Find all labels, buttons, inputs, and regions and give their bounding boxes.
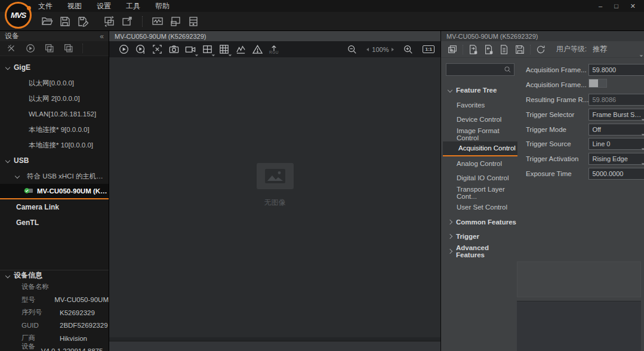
popout-window-icon[interactable] xyxy=(118,14,136,29)
tree-node-usb-controller[interactable]: 符合 USB xHCI 的主机控制器 xyxy=(0,168,109,184)
tree-node-cameralink[interactable]: Camera Link xyxy=(0,199,109,215)
warning-icon[interactable] xyxy=(249,43,266,56)
feature-section-feature-tree[interactable]: Feature Tree xyxy=(441,83,519,98)
zoom-level: 100% xyxy=(366,46,394,53)
prop-resulting-frame-rate: Resulting Frame R... 59.8086 xyxy=(526,93,644,107)
record-icon[interactable] xyxy=(182,43,199,56)
one-to-one-button[interactable]: 1:1 xyxy=(423,45,435,53)
collapse-panel-icon[interactable]: « xyxy=(100,32,104,41)
single-grab-icon[interactable] xyxy=(132,43,149,56)
feature-item-user-set-control[interactable]: User Set Control xyxy=(441,200,519,215)
tree-node-camera-selected[interactable]: MV-CU050-90UM (K5269... xyxy=(0,184,109,199)
logo-text: MVS xyxy=(11,11,26,20)
maximize-button[interactable]: □ xyxy=(614,2,618,10)
trigger-activation-dropdown[interactable]: Rising Edge xyxy=(588,153,644,165)
expand-attributes-icon[interactable] xyxy=(445,43,460,56)
trigger-selector-dropdown[interactable]: Frame Burst Star xyxy=(588,109,644,121)
swap-window-icon[interactable] xyxy=(100,14,118,29)
feature-toolbar: 用户等级: 推荐 xyxy=(441,41,644,58)
exposure-time-input[interactable]: 5000.0000 xyxy=(588,168,644,180)
feature-item-analog-control[interactable]: Analog Control xyxy=(441,156,519,171)
tree-node-gentl[interactable]: GenTL xyxy=(0,215,109,230)
menu-help[interactable]: 帮助 xyxy=(155,1,170,11)
disconnect-icon[interactable] xyxy=(4,41,19,56)
layout-windows-icon[interactable] xyxy=(167,14,184,29)
viewer-tab: MV-CU050-90UM (K52692329) xyxy=(109,31,440,41)
menu-settings[interactable]: 设置 xyxy=(97,1,111,11)
feature-search[interactable] xyxy=(446,63,514,76)
start-acquisition-icon[interactable] xyxy=(23,41,38,56)
prop-trigger-selector: Trigger Selector Frame Burst Star xyxy=(526,107,644,122)
tree-node-usb[interactable]: USB xyxy=(0,153,109,168)
resulting-frame-rate-value: 59.8086 xyxy=(588,94,644,106)
continuous-grab-icon[interactable] xyxy=(115,43,132,56)
info-row-version: 设备版本V4.0.1 220914 8875... xyxy=(0,345,109,351)
info-row-serial: 序列号K52692329 xyxy=(0,306,109,319)
feature-item-digital-io-control[interactable]: Digital IO Control xyxy=(441,171,519,186)
user-level-dropdown[interactable]: 推荐 xyxy=(593,44,634,54)
menu-tools[interactable]: 工具 xyxy=(126,1,140,11)
storage-disk-icon[interactable] xyxy=(184,14,202,29)
info-row-model: 型号MV-CU050-90UM xyxy=(0,294,109,307)
feature-item-image-format-control[interactable]: Image Format Control xyxy=(441,127,519,142)
snapshot-icon[interactable] xyxy=(165,43,182,56)
user-level: 用户等级: 推荐 xyxy=(556,44,640,54)
device-info-header[interactable]: 设备信息 xyxy=(0,270,109,281)
acquisition-frame-rate-input[interactable]: 59.8000 xyxy=(588,64,644,76)
tree-node-wlan[interactable]: WLAN[10.26.181.152] xyxy=(0,106,109,122)
feature-item-device-control[interactable]: Device Control xyxy=(441,112,519,127)
grid-overlay-icon[interactable] xyxy=(215,43,232,56)
tree-node-ethernet[interactable]: 以太网[0.0.0.0] xyxy=(0,75,109,91)
feature-item-transport-layer-control[interactable]: Transport Layer Cont... xyxy=(441,186,519,201)
save-icon[interactable] xyxy=(56,14,74,29)
stop-all-icon[interactable] xyxy=(61,41,76,56)
device-toolbar xyxy=(0,41,109,56)
feature-section-trigger[interactable]: Trigger xyxy=(441,229,519,244)
prop-acquisition-frame-rate: Acquisition Frame... 59.8000 xyxy=(526,63,644,78)
histogram-icon[interactable] xyxy=(232,43,249,56)
feature-section-advanced-features[interactable]: Advanced Features xyxy=(441,244,519,259)
menu-view[interactable]: 视图 xyxy=(67,1,82,11)
refresh-icon[interactable] xyxy=(533,43,549,56)
save-features-icon[interactable] xyxy=(512,43,528,56)
feature-search-input[interactable] xyxy=(446,66,504,73)
image-viewer-panel: MV-CU050-90UM (K52692329) RGU 100% 1:1 xyxy=(109,31,441,351)
waveform-monitor-icon[interactable] xyxy=(149,14,167,29)
prop-acquisition-frame-rate-enable: Acquisition Frame... xyxy=(526,78,644,93)
tree-node-gige[interactable]: GigE xyxy=(0,60,109,75)
feature-item-favorites[interactable]: Favorites xyxy=(441,98,519,113)
firmware-upgrade-icon[interactable]: RGU xyxy=(266,43,282,56)
trigger-mode-dropdown[interactable]: Off xyxy=(588,124,644,136)
zoom-out-icon[interactable] xyxy=(344,43,360,56)
start-all-icon[interactable] xyxy=(42,41,57,56)
mvs-logo: MVS xyxy=(5,2,32,29)
tree-node-local10[interactable]: 本地连接* 10[0.0.0.0] xyxy=(0,137,109,153)
trigger-source-dropdown[interactable]: Line 0 xyxy=(588,138,644,150)
info-row-vendor: 厂商Hikvision xyxy=(0,332,109,345)
info-row-name: 设备名称 xyxy=(0,281,109,294)
tree-node-ethernet2[interactable]: 以太网 2[0.0.0.0] xyxy=(0,91,109,106)
prop-trigger-activation: Trigger Activation Rising Edge xyxy=(526,152,644,167)
mvs-application: MVS 文件 视图 设置 工具 帮助 – □ ✕ 设备 xyxy=(0,0,644,351)
open-folder-icon[interactable] xyxy=(38,14,56,29)
viewer-status-bar xyxy=(109,341,440,351)
zoom-in-icon[interactable] xyxy=(400,43,417,56)
frame-rate-enable-toggle[interactable] xyxy=(588,79,607,88)
minimize-button[interactable]: – xyxy=(599,2,602,10)
fit-window-icon[interactable] xyxy=(149,43,165,56)
close-button[interactable]: ✕ xyxy=(630,2,636,10)
prop-exposure-time: Exposure Time 5000.0000 xyxy=(526,167,644,181)
main-toolbar xyxy=(0,12,644,31)
feature-section-common-features[interactable]: Common Features xyxy=(441,215,519,230)
menu-file[interactable]: 文件 xyxy=(38,1,53,11)
export-features-icon[interactable] xyxy=(481,43,497,56)
camera-connected-icon xyxy=(24,187,33,195)
save-as-icon[interactable] xyxy=(74,14,92,29)
feature-panel-tab: MV-CU050-90UM (K52692329) xyxy=(441,31,644,41)
split-screen-icon[interactable] xyxy=(199,43,215,56)
import-features-icon[interactable] xyxy=(466,43,481,56)
open-features-icon[interactable] xyxy=(497,43,512,56)
feature-item-acquisition-control[interactable]: Acquisition Control xyxy=(443,141,517,156)
device-panel: 设备 « GigE 以太网[0.0.0.0] 以太网 2[0.0.0.0] WL… xyxy=(0,31,109,351)
tree-node-local9[interactable]: 本地连接* 9[0.0.0.0] xyxy=(0,122,109,137)
